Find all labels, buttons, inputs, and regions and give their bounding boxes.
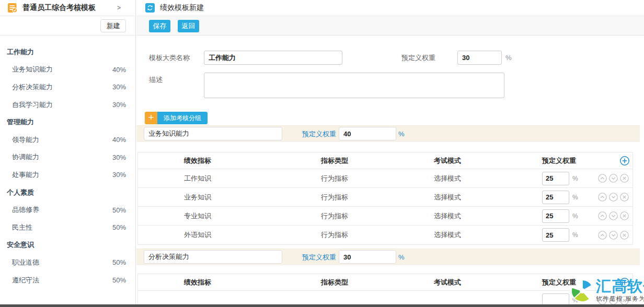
percent-sign: % [572,175,578,182]
add-indicator-cell [585,156,632,165]
column-header: 绩效指标 [138,156,275,166]
sidebar-item[interactable]: 自我学习能力30% [0,96,135,114]
sidebar-header[interactable]: 普通员工综合考核模板 > [0,0,135,16]
percent-sign: % [398,126,405,142]
indicator-table-header: 绩效指标指标类型考试模式预定义权重 [138,152,632,169]
remove-icon[interactable] [620,211,629,220]
sidebar-item-weight: 30% [112,83,126,91]
move-down-icon[interactable] [609,193,618,202]
sidebar-item-label: 处事能力 [12,170,39,180]
percent-sign: % [572,212,578,220]
indicator-table: 绩效指标指标类型考试模式预定义权重工作知识行为指标选择模式%业务知识行为指标选择… [137,152,633,245]
sidebar-item-label: 职业道德 [12,258,39,267]
group-name-input[interactable] [144,127,282,140]
column-header: 考试模式 [388,278,496,287]
sidebar-category-list: 工作能力业务知识能力40%分析决策能力30%自我学习能力30%管理能力领导能力4… [0,36,135,304]
move-down-icon[interactable] [609,231,618,240]
indicator-weight-input[interactable] [542,209,569,223]
remove-icon[interactable] [620,231,629,240]
column-header: 指标类型 [275,156,388,166]
sidebar-item-label: 业务知识能力 [12,65,53,74]
indicator-cell: 选择模式 [388,230,496,240]
sidebar-item-weight: 50% [112,223,126,231]
move-up-icon[interactable] [598,211,607,220]
sidebar-item[interactable]: 分析决策能力30% [0,78,135,96]
sidebar-item[interactable]: 职业道德50% [0,254,135,271]
group-weight-input[interactable] [339,127,396,140]
sidebar-category[interactable]: 安全意识 [0,237,135,254]
percent-sign: % [572,194,578,201]
sidebar-title: 普通员工综合考核模板 [22,3,112,13]
sidebar-category[interactable]: 工作能力 [0,43,135,61]
indicator-cell: 工作知识 [138,174,275,183]
indicator-cell: 行为指标 [275,193,388,202]
main-panel: 绩效模板新建 保存 返回 模板大类名称 预定义权重 % 描述 + 添加考核分组 … [136,0,644,307]
remove-icon[interactable] [620,174,629,183]
sync-doc-icon [145,3,155,13]
move-up-icon[interactable] [598,231,607,240]
description-label: 描述 [149,73,163,87]
sidebar-item-label: 品德修养 [12,205,39,215]
indicator-row: 专业知识行为指标选择模式% [138,207,632,226]
sidebar-category[interactable]: 管理能力 [0,113,135,131]
column-header: 绩效指标 [138,278,275,287]
percent-sign: % [505,51,512,65]
row-actions [585,193,632,202]
indicator-cell: 选择模式 [388,193,496,202]
template-weight-input[interactable] [457,51,502,65]
indicator-weight-input[interactable] [542,191,569,204]
description-textarea[interactable] [204,73,504,98]
template-name-label: 模板大类名称 [149,51,190,65]
move-up-icon[interactable] [598,174,607,183]
indicator-weight-cell: % [496,172,585,185]
indicator-row: 外语知识行为指标选择模式% [138,226,632,244]
sidebar-item-weight: 50% [112,276,126,284]
move-down-icon[interactable] [609,211,618,220]
sidebar-item-label: 协调能力 [12,152,39,162]
indicator-cell: 业务知识 [138,193,275,202]
indicator-weight-input[interactable] [542,228,569,242]
watermark-brand: 汇高软件 [596,278,644,294]
template-weight-label: 预定义权重 [401,51,435,65]
sidebar-item[interactable]: 领导能力40% [0,131,135,149]
indicator-cell: 行为指标 [275,174,388,183]
add-group-button[interactable]: + 添加考核分组 [145,112,208,124]
template-name-input[interactable] [204,51,342,65]
group-name-input[interactable] [144,250,282,264]
move-down-icon[interactable] [609,174,618,183]
move-up-icon[interactable] [598,193,607,202]
save-button[interactable]: 保存 [149,20,170,32]
sidebar-item-weight: 30% [112,154,126,161]
sidebar-item[interactable]: 处事能力30% [0,166,135,184]
indicator-cell: 行为指标 [275,230,388,240]
indicator-weight-cell: % [496,209,585,223]
indicator-weight-input[interactable] [542,172,569,185]
row-actions [585,174,632,183]
action-toolbar: 保存 返回 [136,16,644,36]
description-row: 描述 [136,73,640,98]
new-button[interactable]: 新建 [100,19,126,32]
sidebar-item[interactable]: 遵纪守法50% [0,271,135,289]
row-actions [585,231,632,240]
remove-icon[interactable] [620,193,629,202]
group-weight-input[interactable] [339,250,396,264]
sidebar-item[interactable]: 民主性50% [0,219,135,237]
sidebar-category[interactable]: 个人素质 [0,184,135,202]
group-header-band: 预定义权重% [136,125,640,142]
sidebar-item-weight: 50% [112,258,126,266]
sidebar-item[interactable]: 品德修养50% [0,201,135,219]
sidebar-item-weight: 30% [112,171,126,179]
sidebar-item-weight: 40% [112,66,126,74]
chevron-right-icon[interactable]: > [117,4,121,11]
sidebar: 普通员工综合考核模板 > 新建 工作能力业务知识能力40%分析决策能力30%自我… [0,0,136,307]
circle-plus-icon[interactable] [620,156,629,165]
indicator-table: 绩效指标指标类型考试模式预定义权重% [137,274,633,307]
sidebar-item-label: 领导能力 [12,135,39,145]
row-actions [585,211,632,220]
percent-sign: % [398,249,405,265]
back-button[interactable]: 返回 [178,20,199,32]
indicator-cell: 专业知识 [138,211,275,221]
sidebar-item[interactable]: 业务知识能力40% [0,61,135,79]
column-header: 预定义权重 [496,156,585,166]
sidebar-item[interactable]: 协调能力30% [0,149,135,167]
